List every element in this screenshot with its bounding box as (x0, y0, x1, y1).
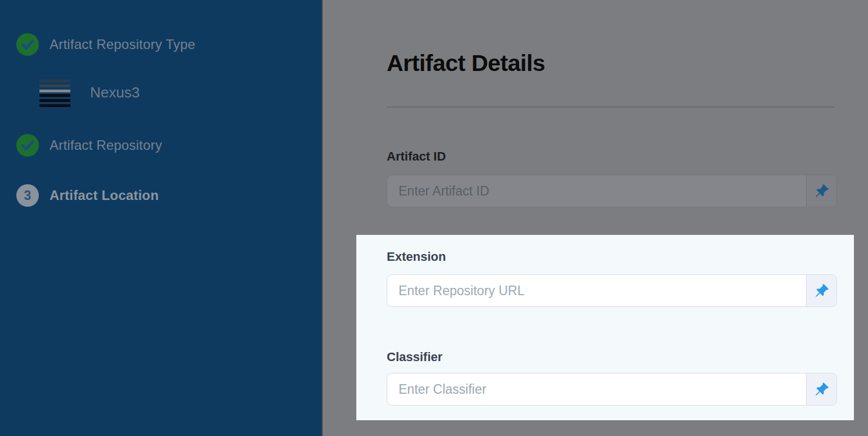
classifier-input[interactable] (387, 373, 806, 405)
artifact-id-input-group (387, 175, 837, 207)
sidebar-step-artifact-repository-type[interactable]: Artifact Repository Type (16, 33, 195, 56)
sidebar-step-artifact-repository[interactable]: Artifact Repository (16, 134, 162, 157)
section-divider (387, 106, 835, 108)
artifact-wizard-screen: Artifact Repository Type Nexus3 Artifact… (0, 0, 868, 436)
artifact-id-label: Artifact ID (387, 149, 446, 164)
sidebar-step-label: Artifact Repository (50, 137, 162, 153)
pin-icon (815, 283, 829, 298)
sidebar-step-label: Artifact Repository Type (50, 37, 195, 52)
sidebar-step-label: Artifact Location (50, 188, 159, 203)
pin-icon-button[interactable] (806, 373, 836, 405)
extension-input[interactable] (387, 275, 806, 306)
step-number-badge: 3 (16, 184, 39, 207)
artifact-id-input[interactable] (387, 175, 806, 207)
pin-icon-button[interactable] (806, 175, 836, 207)
check-circle-icon (16, 33, 39, 56)
sidebar-step-artifact-location[interactable]: 3 Artifact Location (16, 184, 159, 207)
check-circle-icon (16, 134, 39, 157)
spotlight-highlight-region: Extension Classifier (356, 235, 854, 420)
classifier-label: Classifier (387, 350, 442, 364)
pin-icon-button[interactable] (806, 275, 836, 306)
extension-input-group (387, 274, 837, 307)
classifier-input-group (387, 373, 837, 406)
nexus3-logo-icon (39, 79, 70, 107)
page-title: Artifact Details (387, 50, 545, 77)
wizard-sidebar: Artifact Repository Type Nexus3 Artifact… (0, 0, 323, 436)
sidebar-selected-repo-type[interactable]: Nexus3 (90, 84, 140, 101)
pin-icon (815, 382, 829, 397)
pin-icon (815, 184, 829, 198)
extension-label: Extension (387, 250, 446, 264)
